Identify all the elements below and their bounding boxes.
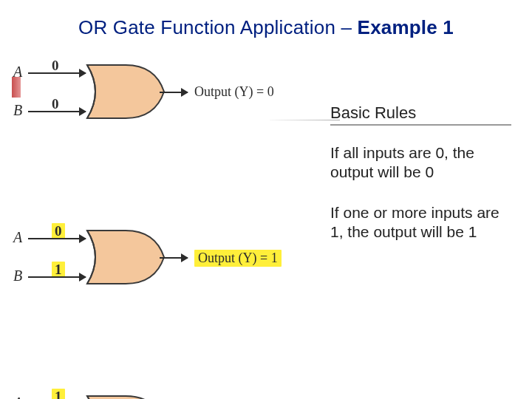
gate-row: A B 0 1 Output (Y) = 1	[13, 216, 331, 299]
output-arrow	[160, 257, 188, 259]
or-gate-icon	[81, 386, 170, 399]
gate-row: A B 1 0 Output (Y) = 1	[13, 381, 331, 399]
rule-text-1: If all inputs are 0, the output will be …	[330, 143, 511, 183]
input-a-label: A	[13, 229, 22, 246]
input-b-value: 0	[52, 96, 59, 112]
or-gate-diagram-grid: A B 0 0 Output (Y) = 0 A B 0 1 Output (Y…	[13, 50, 331, 390]
input-b-arrow	[28, 111, 86, 112]
rule-text-2: If one or more inputs are 1, the output …	[330, 203, 511, 242]
rules-panel: Basic Rules If all inputs are 0, the out…	[330, 103, 511, 262]
input-a-arrow	[28, 72, 86, 74]
input-a-value: 0	[52, 58, 59, 74]
gate-row: A B 0 0 Output (Y) = 0	[13, 50, 331, 133]
input-b-value: 1	[52, 262, 65, 278]
output-arrow	[160, 92, 188, 93]
page-title: OR Gate Function Application – Example 1	[0, 0, 532, 39]
input-a-value: 0	[52, 223, 65, 239]
rules-header: Basic Rules	[330, 103, 511, 126]
or-gate-icon	[81, 220, 170, 294]
input-a-label: A	[13, 395, 22, 399]
input-b-arrow	[28, 276, 86, 278]
input-a-arrow	[28, 238, 86, 239]
title-prefix: OR Gate Function Application –	[78, 16, 358, 38]
input-a-value: 1	[52, 389, 65, 399]
input-b-label: B	[13, 267, 22, 284]
output-text: Output (Y) = 0	[194, 84, 274, 100]
title-example: Example 1	[358, 16, 454, 38]
or-gate-icon	[81, 55, 170, 129]
output-text: Output (Y) = 1	[194, 250, 282, 267]
input-a-label: A	[13, 64, 22, 81]
input-b-label: B	[13, 102, 22, 119]
